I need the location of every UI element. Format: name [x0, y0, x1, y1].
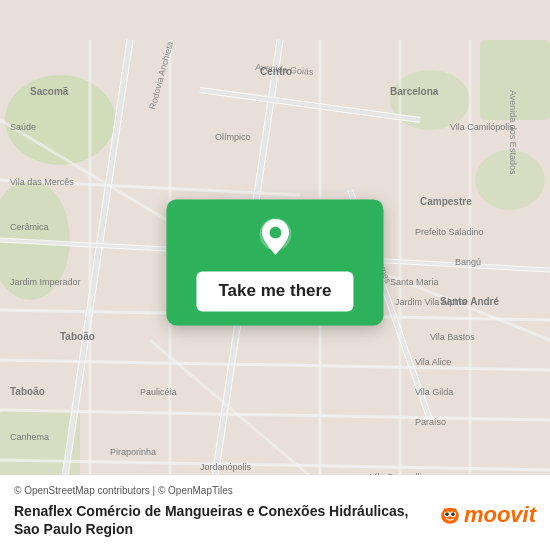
- svg-text:Canhema: Canhema: [10, 432, 49, 442]
- svg-text:Jardim Vila Alpina: Jardim Vila Alpina: [395, 297, 466, 307]
- svg-text:Prefeito Saladino: Prefeito Saladino: [415, 227, 484, 237]
- svg-text:Campestre: Campestre: [420, 196, 472, 207]
- location-pin-icon: [253, 217, 297, 261]
- place-name: Renaflex Comércio de Mangueiras e Conexõ…: [14, 502, 439, 538]
- svg-text:Saúde: Saúde: [10, 122, 36, 132]
- map-container: Rodovia Anchieta Avenida Goiás Avenida L…: [0, 0, 550, 550]
- map-attribution: © OpenStreetMap contributors | © OpenMap…: [14, 485, 536, 496]
- svg-text:Taboão: Taboão: [60, 331, 95, 342]
- take-me-there-overlay: Take me there: [166, 199, 383, 325]
- svg-text:Vila Alice: Vila Alice: [415, 357, 451, 367]
- moovit-icon: [439, 504, 461, 526]
- svg-text:Santa Maria: Santa Maria: [390, 277, 439, 287]
- green-card: Take me there: [166, 199, 383, 325]
- svg-text:Vila das Mercês: Vila das Mercês: [10, 177, 74, 187]
- svg-text:Barcelona: Barcelona: [390, 86, 439, 97]
- svg-text:Bangú: Bangú: [455, 257, 481, 267]
- svg-point-64: [269, 227, 281, 239]
- svg-text:Cerâmica: Cerâmica: [10, 222, 49, 232]
- svg-text:Vila Bastos: Vila Bastos: [430, 332, 475, 342]
- bottom-panel: © OpenStreetMap contributors | © OpenMap…: [0, 475, 550, 550]
- svg-text:Jordanópolis: Jordanópolis: [200, 462, 252, 472]
- svg-text:Paulicéia: Paulicéia: [140, 387, 177, 397]
- moovit-brand-text: moovit: [464, 502, 536, 528]
- svg-text:Vila Gilda: Vila Gilda: [415, 387, 453, 397]
- svg-text:Paraíso: Paraíso: [415, 417, 446, 427]
- svg-text:Centro: Centro: [260, 66, 292, 77]
- svg-text:Olímpico: Olímpico: [215, 132, 251, 142]
- svg-text:Sacomã: Sacomã: [30, 86, 69, 97]
- svg-point-68: [445, 512, 449, 516]
- svg-text:Piraporinha: Piraporinha: [110, 447, 156, 457]
- svg-text:Jardim Imperador: Jardim Imperador: [10, 277, 81, 287]
- take-me-there-button[interactable]: Take me there: [196, 271, 353, 311]
- moovit-logo: moovit: [439, 502, 536, 528]
- svg-text:Avenida dos Estados: Avenida dos Estados: [508, 90, 518, 175]
- svg-text:Taboão: Taboão: [10, 386, 45, 397]
- svg-text:Vila Camilópolis: Vila Camilópolis: [450, 122, 514, 132]
- svg-point-69: [451, 512, 455, 516]
- svg-point-6: [390, 70, 470, 130]
